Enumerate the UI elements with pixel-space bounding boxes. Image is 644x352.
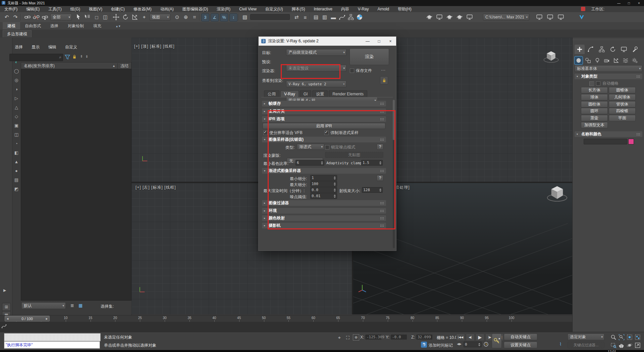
dialog-tab-公用[interactable]: 公用 — [264, 90, 279, 97]
time-configuration-icon[interactable] — [483, 341, 489, 347]
filter-frozen-icon[interactable]: ▲ — [12, 158, 21, 166]
key-filters-button[interactable]: 关键点过滤器... — [568, 342, 604, 348]
tab-modify[interactable] — [586, 45, 596, 54]
mini-curve-editor-icon[interactable] — [1, 323, 7, 329]
filter-groups-icon[interactable]: ▣ — [12, 121, 21, 130]
maximize-viewport-icon[interactable] — [634, 342, 641, 349]
dialog-tab-V-Ray[interactable]: V-Ray — [280, 90, 299, 97]
global-switches-rollout[interactable]: 全局开关 — [262, 108, 386, 114]
zoom-icon[interactable] — [610, 334, 617, 341]
bind-space-warp-icon[interactable] — [41, 13, 49, 21]
tab-create[interactable] — [575, 45, 585, 54]
render-setup-dialog[interactable]: 3 渲染设置: V-Ray 6, update 2 —□× 目标: 产品级渲染模… — [258, 36, 396, 251]
mirror-icon[interactable]: ⇄ — [292, 13, 301, 21]
color-mapping-rollout[interactable]: 颜色映射 — [262, 215, 386, 221]
render-cloud-icon[interactable] — [466, 13, 474, 21]
filter-geometry-icon[interactable]: ◯ — [12, 67, 21, 75]
time-tag-icon[interactable] — [421, 342, 427, 348]
minimize-button[interactable]: — — [614, 0, 624, 6]
save-file-browse-button[interactable]: ... — [379, 67, 388, 72]
tab-display[interactable] — [619, 45, 629, 54]
category-systems[interactable] — [631, 56, 639, 64]
absolute-mode-icon[interactable]: ⊕ — [353, 334, 359, 341]
dialog-minimize-button[interactable]: — — [362, 37, 373, 46]
auto-key-button[interactable]: 自动关键点 — [504, 334, 537, 340]
fit-resolution-vfb-checkbox[interactable] — [263, 131, 268, 135]
explorer-menu-显示[interactable]: 显示 — [32, 44, 40, 50]
named-sets-field[interactable] — [250, 14, 290, 20]
explorer-prev-icon[interactable]: ⇞ — [80, 54, 83, 59]
filter-funnel-icon[interactable] — [64, 54, 70, 60]
category-spacewarps[interactable] — [622, 56, 630, 64]
object-button-四棱锥[interactable]: 四棱锥 — [609, 108, 636, 114]
object-button-球体[interactable]: 球体 — [581, 94, 608, 100]
dialog-title-bar[interactable]: 3 渲染设置: V-Ray 6, update 2 —□× — [259, 37, 396, 46]
filter-spacewarps-icon[interactable]: ◇ — [12, 112, 21, 121]
explorer-expand-icon[interactable]: ▶ — [3, 288, 6, 293]
selected-objects-dropdown[interactable]: 选定对象 — [568, 334, 604, 340]
maxscript-mini-listener-top[interactable] — [4, 333, 101, 341]
explorer-object-list[interactable] — [21, 69, 131, 301]
filter-helpers-icon[interactable]: △ — [12, 103, 21, 112]
menu-item[interactable]: 编辑(E) — [22, 6, 44, 12]
object-button-管状体[interactable]: 管状体 — [609, 101, 636, 107]
render-setup-icon[interactable] — [425, 13, 433, 21]
select-by-name-icon[interactable] — [83, 13, 91, 21]
maximize-button[interactable]: □ — [624, 0, 634, 6]
sort-ascending-icon[interactable]: ▲ — [112, 64, 115, 68]
key-mode-toggle-icon[interactable]: ◀▶ — [457, 342, 462, 346]
pan-icon[interactable] — [618, 342, 625, 349]
min-shading-field[interactable]: 6 — [296, 160, 324, 166]
object-button-圆柱体[interactable]: 圆柱体 — [581, 101, 608, 107]
sampler-help-button[interactable]: ? — [377, 144, 383, 150]
menu-item[interactable]: 文件(F) — [0, 6, 22, 12]
panel-drag-handle[interactable] — [573, 40, 644, 40]
filter-lights-icon[interactable]: ◑ — [12, 85, 21, 93]
menu-item[interactable]: 动画(A) — [156, 6, 178, 12]
state-set-icon-1[interactable] — [535, 13, 543, 21]
ribbon-tab-建模[interactable]: 建模 — [3, 22, 20, 30]
ribbon-subtab-polymodeling[interactable]: 多边形建模 — [3, 30, 32, 37]
category-geometry[interactable] — [575, 56, 583, 64]
set-keys-button[interactable] — [492, 334, 502, 348]
ribbon-chevron-icon[interactable]: ▴ ▾ — [116, 24, 120, 28]
object-button-圆锥体[interactable]: 圆锥体 — [609, 87, 636, 93]
filter-shapes-icon[interactable]: ◎ — [12, 76, 21, 84]
filter-containers-icon[interactable]: ◧ — [12, 148, 21, 157]
enable-ipr-button[interactable]: 启用 IPR — [263, 123, 385, 129]
explorer-sets-icon[interactable]: ▦ — [78, 303, 83, 308]
ribbon-tab-自由形式[interactable]: 自由形式 — [20, 22, 46, 30]
slider-left-arrow-icon[interactable]: ◄ — [6, 317, 9, 320]
image-sampler-rollout[interactable]: 图像采样器(抗锯齿) — [262, 137, 386, 142]
render-production-icon[interactable] — [445, 13, 453, 21]
align-icon[interactable]: ≡ — [301, 13, 309, 21]
close-button[interactable]: × — [634, 0, 644, 6]
x-coordinate-field[interactable]: -125.309 — [365, 334, 382, 340]
menu-item[interactable]: 组(G) — [66, 6, 85, 12]
ipr-options-rollout[interactable]: IPR 选项 — [262, 116, 386, 122]
vray-toolbar-icon[interactable] — [578, 13, 586, 21]
menu-item[interactable]: 自定义(U) — [261, 6, 287, 12]
ribbon-toggle-icon[interactable]: ▬ — [329, 13, 337, 21]
menu-item[interactable]: 内容 — [337, 6, 354, 12]
image-filter-rollout[interactable]: 图像过滤器 — [262, 200, 386, 206]
force-progressive-checkbox[interactable] — [324, 131, 329, 135]
scene-explorer-toggle-icon[interactable]: ▤ — [312, 13, 320, 21]
adaptivity-field[interactable]: 1.5 — [361, 160, 383, 166]
zoom-extents-all-icon[interactable] — [634, 334, 641, 341]
maxscript-mini-listener[interactable]: "执行脚本完毕" — [4, 341, 100, 349]
filter-xrefs-icon[interactable]: ◫ — [12, 130, 21, 139]
menu-item[interactable]: 视图(V) — [85, 6, 107, 12]
go-to-start-button[interactable]: |◀◀ — [456, 334, 465, 341]
rendered-frame-icon[interactable] — [435, 13, 443, 21]
object-button-几何球体[interactable]: 几何球体 — [609, 94, 636, 100]
menu-item[interactable]: Civil View — [235, 6, 261, 12]
max-render-time-field[interactable]: 0.0 — [310, 187, 337, 193]
explorer-new-icon[interactable]: ⊞ — [2, 303, 11, 311]
redo-icon[interactable]: ↷ — [11, 13, 19, 21]
viewport-lock-icon[interactable] — [380, 76, 388, 84]
object-type-rollout[interactable]: 对象类型 — [575, 74, 642, 79]
menu-item[interactable]: 渲染(R) — [212, 6, 235, 12]
renderer-dropdown[interactable]: V-Ray 6, update 2 — [286, 81, 346, 87]
object-name-field[interactable] — [584, 139, 627, 144]
